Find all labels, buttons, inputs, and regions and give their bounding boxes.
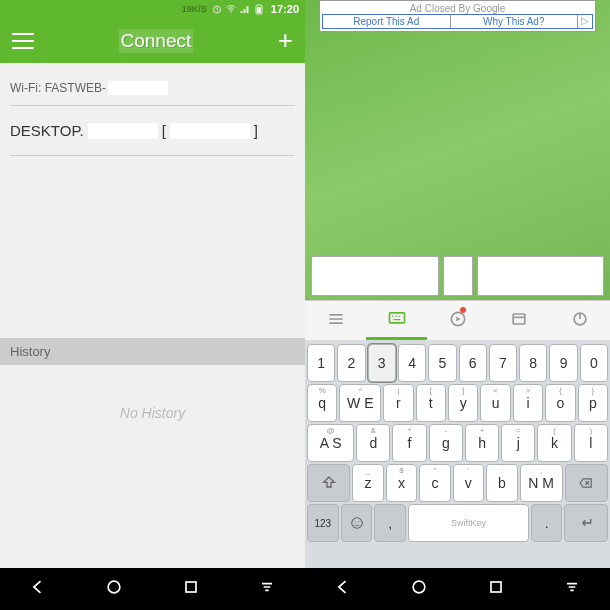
key-6[interactable]: 6 bbox=[459, 344, 487, 382]
toolbar-keyboard[interactable] bbox=[366, 301, 427, 340]
key-space[interactable]: SwiftKey bbox=[408, 504, 529, 542]
key-z[interactable]: _z bbox=[352, 464, 383, 502]
ad-closed-text: Ad Closed By Google bbox=[322, 3, 593, 14]
key-we[interactable]: ^W E bbox=[339, 384, 381, 422]
clock: 17:20 bbox=[271, 3, 299, 15]
toolbar-window[interactable] bbox=[488, 301, 549, 340]
key-shift[interactable] bbox=[307, 464, 350, 502]
emoji-icon bbox=[350, 516, 364, 530]
svg-point-8 bbox=[351, 518, 362, 529]
left-screen: 19K/S 17:20 Connect + Wi-Fi: FASTWEB- DE… bbox=[0, 0, 305, 568]
svg-point-9 bbox=[354, 521, 355, 522]
key-x[interactable]: $x bbox=[386, 464, 417, 502]
wifi-label: Wi-Fi: FASTWEB- bbox=[10, 81, 106, 95]
home-button-2[interactable] bbox=[409, 577, 429, 601]
suggestion-1[interactable] bbox=[311, 256, 439, 296]
key-8[interactable]: 8 bbox=[519, 344, 547, 382]
key-as[interactable]: @A S bbox=[307, 424, 354, 462]
dropdown-button-2[interactable] bbox=[562, 577, 582, 601]
recent-button[interactable] bbox=[181, 577, 201, 601]
ad-arrow-icon[interactable]: ▷ bbox=[578, 15, 592, 28]
key-emoji[interactable] bbox=[341, 504, 373, 542]
key-3[interactable]: 3 bbox=[368, 344, 396, 382]
key-v[interactable]: 'v bbox=[453, 464, 484, 502]
ad-report-link[interactable]: Report This Ad bbox=[323, 15, 451, 28]
key-h[interactable]: +h bbox=[465, 424, 499, 462]
key-b[interactable]: :b bbox=[486, 464, 517, 502]
network-speed: 19K/S bbox=[182, 4, 207, 14]
hamburger-icon bbox=[326, 309, 346, 333]
toolbar-play[interactable] bbox=[427, 301, 488, 340]
keyboard-icon bbox=[387, 307, 407, 331]
content-area: Wi-Fi: FASTWEB- DESKTOP. [ ] bbox=[0, 63, 305, 168]
key-1[interactable]: 1 bbox=[307, 344, 335, 382]
app-bar: Connect + bbox=[0, 18, 305, 63]
dropdown-button[interactable] bbox=[257, 577, 277, 601]
back-button[interactable] bbox=[28, 577, 48, 601]
key-q[interactable]: %q bbox=[307, 384, 337, 422]
recent-button-2[interactable] bbox=[486, 577, 506, 601]
wifi-info: Wi-Fi: FASTWEB- bbox=[10, 75, 295, 106]
ad-why-link[interactable]: Why This Ad? bbox=[451, 15, 579, 28]
key-comma[interactable]: , bbox=[374, 504, 406, 542]
power-icon bbox=[570, 309, 590, 333]
key-period[interactable]: . bbox=[531, 504, 563, 542]
key-backspace[interactable] bbox=[565, 464, 608, 502]
key-5[interactable]: 5 bbox=[428, 344, 456, 382]
key-t[interactable]: [t bbox=[416, 384, 446, 422]
suggestion-3[interactable] bbox=[477, 256, 605, 296]
ad-banner: Ad Closed By Google Report This Ad Why T… bbox=[319, 0, 596, 32]
key-0[interactable]: 0 bbox=[580, 344, 608, 382]
device-name: DESKTOP. bbox=[10, 122, 84, 139]
wifi-icon bbox=[225, 3, 237, 15]
bracket-close: ] bbox=[254, 122, 258, 139]
suggestion-2[interactable] bbox=[443, 256, 473, 296]
key-p[interactable]: }p bbox=[578, 384, 608, 422]
key-2[interactable]: 2 bbox=[337, 344, 365, 382]
toolbar-menu[interactable] bbox=[305, 301, 366, 340]
key-7[interactable]: 7 bbox=[489, 344, 517, 382]
alarm-icon bbox=[211, 3, 223, 15]
enter-icon bbox=[578, 515, 594, 531]
key-f[interactable]: *f bbox=[392, 424, 426, 462]
toolbar bbox=[305, 300, 610, 340]
keyboard-brand: SwiftKey bbox=[451, 518, 486, 528]
home-button[interactable] bbox=[104, 577, 124, 601]
right-screen: Ad Closed By Google Report This Ad Why T… bbox=[305, 0, 610, 568]
key-123[interactable]: 123 bbox=[307, 504, 339, 542]
backspace-icon bbox=[577, 476, 595, 490]
key-nm[interactable]: ;N M bbox=[520, 464, 563, 502]
kb-row-1: 1 2 3 4 5 6 7 8 9 0 bbox=[307, 344, 608, 382]
back-button-2[interactable] bbox=[333, 577, 353, 601]
system-nav bbox=[0, 568, 610, 610]
key-9[interactable]: 9 bbox=[549, 344, 577, 382]
key-enter[interactable] bbox=[564, 504, 608, 542]
key-i[interactable]: >i bbox=[513, 384, 543, 422]
key-y[interactable]: ]y bbox=[448, 384, 478, 422]
history-empty: No History bbox=[0, 405, 305, 421]
device-redacted-2 bbox=[170, 123, 250, 139]
shift-icon bbox=[321, 475, 337, 491]
notification-dot bbox=[460, 307, 466, 313]
wifi-redacted bbox=[108, 81, 168, 95]
menu-button[interactable] bbox=[12, 33, 34, 49]
svg-rect-12 bbox=[186, 582, 196, 592]
key-r[interactable]: |r bbox=[383, 384, 413, 422]
key-c[interactable]: "c bbox=[419, 464, 450, 502]
key-u[interactable]: <u bbox=[480, 384, 510, 422]
kb-row-4: _z $x "c 'v :b ;N M bbox=[307, 464, 608, 502]
add-button[interactable]: + bbox=[278, 25, 293, 56]
device-row[interactable]: DESKTOP. [ ] bbox=[10, 106, 295, 156]
key-d[interactable]: &d bbox=[356, 424, 390, 462]
svg-rect-14 bbox=[491, 582, 501, 592]
key-l[interactable]: )l bbox=[574, 424, 608, 462]
key-g[interactable]: -g bbox=[429, 424, 463, 462]
key-k[interactable]: (k bbox=[537, 424, 571, 462]
key-4[interactable]: 4 bbox=[398, 344, 426, 382]
bracket-open: [ bbox=[162, 122, 166, 139]
key-o[interactable]: {o bbox=[545, 384, 575, 422]
keyboard: 1 2 3 4 5 6 7 8 9 0 %q ^W E |r [t ]y <u … bbox=[305, 340, 610, 568]
toolbar-power[interactable] bbox=[549, 301, 610, 340]
signal-icon bbox=[239, 3, 251, 15]
key-j[interactable]: =j bbox=[501, 424, 535, 462]
